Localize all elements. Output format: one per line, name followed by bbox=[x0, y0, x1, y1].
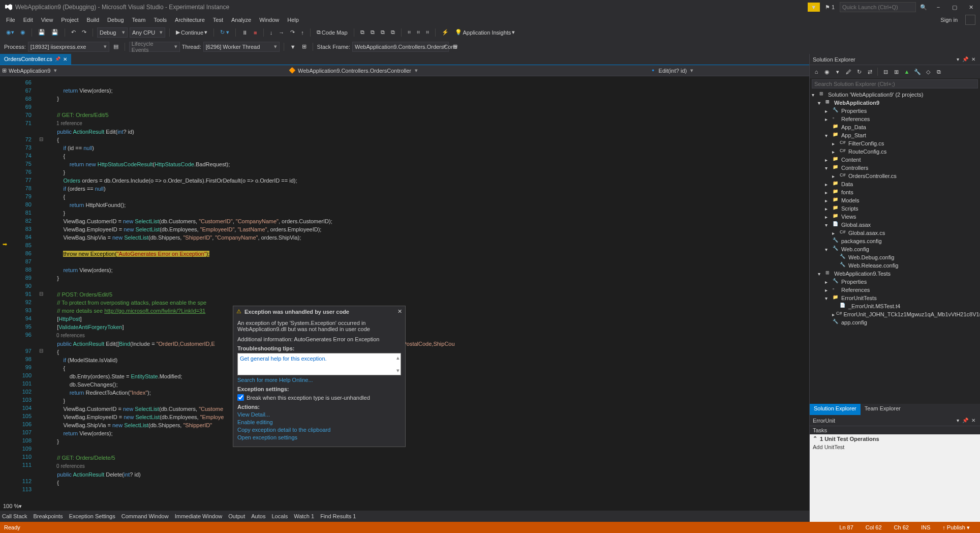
st-icon[interactable]: 🖉 bbox=[844, 67, 853, 76]
menu-team[interactable]: Team bbox=[128, 16, 150, 24]
st-icon[interactable]: ▾ bbox=[833, 67, 842, 76]
btab-watch1[interactable]: Watch 1 bbox=[294, 513, 314, 519]
tree-node[interactable]: 🔧Web.Debug.config bbox=[810, 253, 980, 261]
filter-icon[interactable]: ▼ bbox=[288, 43, 298, 51]
expand-icon[interactable]: ⌃ bbox=[813, 435, 817, 442]
undo-button[interactable]: ↶ bbox=[69, 28, 78, 37]
filter-button[interactable]: ▼ bbox=[808, 3, 820, 12]
btab-exception-settings[interactable]: Exception Settings bbox=[69, 513, 115, 519]
tb-icon-5[interactable]: ⌗ bbox=[406, 28, 413, 37]
fold-margin[interactable]: ⊟ ⊟ ⊟ bbox=[37, 76, 46, 501]
btab-findresults1[interactable]: Find Results 1 bbox=[320, 513, 356, 519]
tree-node[interactable]: 📁App_Data bbox=[810, 123, 980, 131]
tb-icon-1[interactable]: ⧉ bbox=[358, 28, 366, 37]
errorunit-operations[interactable]: ⌃ 1 Unit Test Operations bbox=[810, 434, 980, 443]
copy-detail-link[interactable]: Copy exception detail to the clipboard bbox=[237, 427, 401, 433]
search-icon[interactable]: 🔍 bbox=[918, 4, 929, 11]
panel-pin-icon[interactable]: 📌 bbox=[961, 418, 970, 423]
btab-autos[interactable]: Autos bbox=[251, 513, 265, 519]
step-over-button[interactable]: ↷ bbox=[288, 28, 297, 37]
st-icon[interactable]: ◉ bbox=[822, 67, 832, 76]
thread-icon[interactable]: ⊞ bbox=[300, 42, 309, 51]
btab-output[interactable]: Output bbox=[228, 513, 245, 519]
tree-node[interactable]: ▸📁Content bbox=[810, 156, 980, 164]
stackframe-combo[interactable]: WebApplication9.Controllers.OrdersContr bbox=[352, 42, 449, 52]
menu-test[interactable]: Test bbox=[209, 16, 227, 24]
menu-debug[interactable]: Debug bbox=[103, 16, 128, 24]
tree-node[interactable]: ▾📄Global.asax bbox=[810, 221, 980, 229]
menu-analyze[interactable]: Analyze bbox=[227, 16, 255, 24]
enable-editing-link[interactable]: Enable editing bbox=[237, 419, 401, 425]
tree-node[interactable]: ▸📁fonts bbox=[810, 188, 980, 196]
tree-node[interactable]: ▾⊞Solution 'WebApplication9' (2 projects… bbox=[810, 91, 980, 99]
tree-node[interactable]: ▸📁Views bbox=[810, 213, 980, 221]
show-next-button[interactable]: → bbox=[277, 28, 286, 37]
btab-immediate-window[interactable]: Immediate Window bbox=[175, 513, 223, 519]
tree-node[interactable]: ▾🔧Web.config bbox=[810, 245, 980, 253]
menu-window[interactable]: Window bbox=[255, 16, 283, 24]
panel-dropdown-icon[interactable]: ▾ bbox=[955, 56, 961, 62]
zoom-level[interactable]: 100 % ▾ bbox=[0, 501, 809, 511]
pause-button[interactable]: ⏸ bbox=[240, 28, 250, 37]
tips-listbox[interactable]: Get general help for this exception. ▴ ▾ bbox=[237, 353, 401, 375]
home-icon[interactable]: ⌂ bbox=[812, 67, 821, 76]
search-help-link[interactable]: Search for more Help Online... bbox=[237, 377, 401, 383]
breadcrumb-class[interactable]: 🔶 WebApplication9.Controllers.OrdersCont… bbox=[289, 67, 418, 74]
menu-architecture[interactable]: Architecture bbox=[171, 16, 209, 24]
add-unittest-row[interactable]: Add UnitTest bbox=[810, 443, 980, 451]
back-button[interactable]: ◉▾ bbox=[4, 28, 16, 37]
maximize-button[interactable]: ▢ bbox=[947, 2, 962, 12]
view-detail-link[interactable]: View Detail... bbox=[237, 411, 401, 418]
refresh-icon[interactable]: ↻ bbox=[854, 67, 864, 76]
tree-node[interactable]: 🔧Web.Release.config bbox=[810, 261, 980, 270]
tree-node[interactable]: ▾⊞WebApplication9 bbox=[810, 99, 980, 107]
menu-project[interactable]: Project bbox=[57, 16, 82, 24]
panel-close-icon[interactable]: ✕ bbox=[970, 56, 977, 62]
tree-node[interactable]: ▸C#Global.asax.cs bbox=[810, 229, 980, 237]
collapse-icon[interactable]: ⊟ bbox=[881, 67, 890, 76]
tree-node[interactable]: ▾📁Controllers bbox=[810, 164, 980, 172]
btab-breakpoints[interactable]: Breakpoints bbox=[34, 513, 63, 519]
tree-node[interactable]: ▸📁Scripts bbox=[810, 204, 980, 213]
tree-node[interactable]: ▸📁Models bbox=[810, 196, 980, 204]
tab-close-icon[interactable]: ✕ bbox=[63, 56, 67, 62]
tree-node[interactable]: ▸▫References bbox=[810, 115, 980, 123]
btab-callstack[interactable]: Call Stack bbox=[2, 513, 27, 519]
scope-icon[interactable]: ⧉ bbox=[934, 67, 943, 76]
solution-tree[interactable]: ▾⊞Solution 'WebApplication9' (2 projects… bbox=[810, 90, 980, 404]
save-all-button[interactable]: 💾 bbox=[49, 28, 60, 37]
step-out-button[interactable]: ↑ bbox=[299, 28, 306, 37]
tree-node[interactable]: ▸C#RouteConfig.cs bbox=[810, 147, 980, 156]
tb-icon-2[interactable]: ⧉ bbox=[369, 28, 377, 37]
panel-close-icon[interactable]: ✕ bbox=[970, 418, 977, 423]
tree-node[interactable]: ▸▫References bbox=[810, 286, 980, 294]
menu-help[interactable]: Help bbox=[283, 16, 303, 24]
tree-node[interactable]: ▸C#FilterConfig.cs bbox=[810, 139, 980, 147]
minimize-button[interactable]: − bbox=[931, 2, 945, 12]
tree-node[interactable]: 🔧packages.config bbox=[810, 237, 980, 245]
btab-command-window[interactable]: Command Window bbox=[121, 513, 169, 519]
process-combo[interactable]: [18932] iisexpress.exe bbox=[28, 42, 109, 52]
tree-icon[interactable]: ▲ bbox=[902, 67, 911, 76]
pin-icon[interactable]: 📌 bbox=[55, 56, 60, 62]
save-button[interactable]: 💾 bbox=[36, 28, 47, 37]
tree-node[interactable]: ▾⊞WebApplication9.Tests bbox=[810, 270, 980, 278]
tree-node[interactable]: ▸🔧Properties bbox=[810, 278, 980, 286]
codemap-button[interactable]: ⧉ Code Map bbox=[315, 28, 350, 37]
menu-view[interactable]: View bbox=[37, 16, 57, 24]
menu-file[interactable]: File bbox=[2, 16, 19, 24]
user-icon[interactable] bbox=[965, 15, 975, 25]
menu-build[interactable]: Build bbox=[83, 16, 103, 24]
preview-icon[interactable]: ◇ bbox=[924, 67, 933, 76]
panel-dropdown-icon[interactable]: ▾ bbox=[955, 418, 961, 423]
config-combo[interactable]: Debug bbox=[97, 27, 128, 38]
lifecycle-combo[interactable]: Lifecycle Events bbox=[129, 42, 180, 52]
tree-node[interactable]: 📄_ErrorUnit.MSTest.t4 bbox=[810, 302, 980, 310]
tb-icon-4[interactable]: ⧉ bbox=[389, 28, 397, 37]
platform-combo[interactable]: Any CPU bbox=[130, 27, 165, 38]
forward-button[interactable]: ◉ bbox=[18, 28, 27, 37]
code-content[interactable]: return View(orders); } // GET: Orders/Ed… bbox=[46, 76, 809, 501]
tab-solution-explorer[interactable]: Solution Explorer bbox=[810, 404, 861, 415]
tree-node[interactable]: ▸🔧Properties bbox=[810, 107, 980, 115]
open-settings-link[interactable]: Open exception settings bbox=[237, 434, 401, 440]
